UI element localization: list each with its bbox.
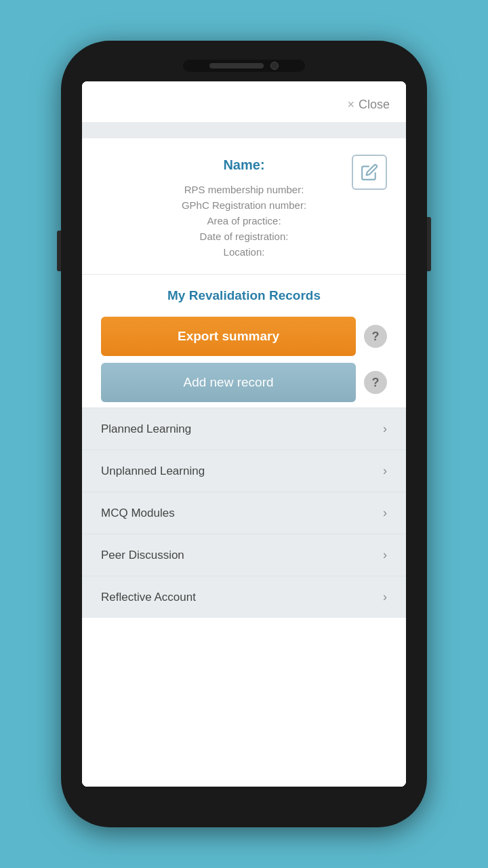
profile-name-label: Name: — [223, 157, 264, 173]
records-section-title: My Revalidation Records — [167, 288, 321, 302]
export-help-icon[interactable]: ? — [364, 325, 387, 348]
menu-item-unplanned-learning[interactable]: Unplanned Learning › — [82, 450, 406, 492]
power-button — [427, 217, 431, 271]
close-button[interactable]: × Close — [347, 98, 390, 112]
phone-top-bar — [183, 60, 305, 72]
gphc-registration-label: GPhC Registration number: — [182, 199, 306, 211]
export-row: Export summary ? — [101, 317, 387, 356]
unplanned-learning-label: Unplanned Learning — [101, 465, 205, 478]
edit-profile-button[interactable] — [352, 155, 387, 190]
location-label: Location: — [224, 246, 265, 258]
date-of-registration-label: Date of registration: — [200, 231, 289, 242]
action-buttons: Export summary ? Add new record ? — [82, 311, 406, 408]
menu-item-planned-learning[interactable]: Planned Learning › — [82, 408, 406, 450]
peer-discussion-label: Peer Discussion — [101, 549, 184, 562]
menu-item-mcq-modules[interactable]: MCQ Modules › — [82, 492, 406, 534]
profile-section: Name: RPS membership number: GPhC Regist… — [82, 138, 406, 274]
export-summary-button[interactable]: Export summary — [101, 317, 356, 356]
phone-camera — [270, 62, 279, 70]
area-of-practice-label: Area of practice: — [207, 215, 281, 226]
phone-device: × Close Name: RPS membership — [61, 41, 427, 827]
top-bar: × Close — [82, 81, 406, 122]
menu-list: Planned Learning › Unplanned Learning › … — [82, 408, 406, 787]
rps-membership-label: RPS membership number: — [184, 184, 304, 195]
profile-name-row: Name: — [104, 157, 384, 173]
reflective-account-chevron-icon: › — [383, 590, 387, 604]
volume-button — [57, 231, 61, 271]
phone-screen: × Close Name: RPS membership — [82, 81, 406, 787]
menu-item-reflective-account[interactable]: Reflective Account › — [82, 576, 406, 618]
mcq-modules-label: MCQ Modules — [101, 507, 175, 520]
records-section-title-bar: My Revalidation Records — [82, 274, 406, 311]
close-x-icon: × — [347, 98, 354, 112]
profile-details: RPS membership number: GPhC Registration… — [104, 184, 384, 258]
peer-discussion-chevron-icon: › — [383, 548, 387, 562]
planned-learning-chevron-icon: › — [383, 422, 387, 436]
add-new-record-button[interactable]: Add new record — [101, 363, 356, 402]
add-record-row: Add new record ? — [101, 363, 387, 402]
pencil-icon — [361, 163, 378, 181]
planned-learning-label: Planned Learning — [101, 422, 191, 436]
phone-speaker — [209, 63, 264, 68]
mcq-modules-chevron-icon: › — [383, 506, 387, 520]
menu-item-peer-discussion[interactable]: Peer Discussion › — [82, 534, 406, 576]
reflective-account-label: Reflective Account — [101, 591, 196, 604]
close-label: Close — [359, 98, 390, 112]
unplanned-learning-chevron-icon: › — [383, 464, 387, 478]
screen-content: × Close Name: RPS membership — [82, 81, 406, 787]
grey-banner — [82, 122, 406, 138]
add-record-help-icon[interactable]: ? — [364, 371, 387, 394]
